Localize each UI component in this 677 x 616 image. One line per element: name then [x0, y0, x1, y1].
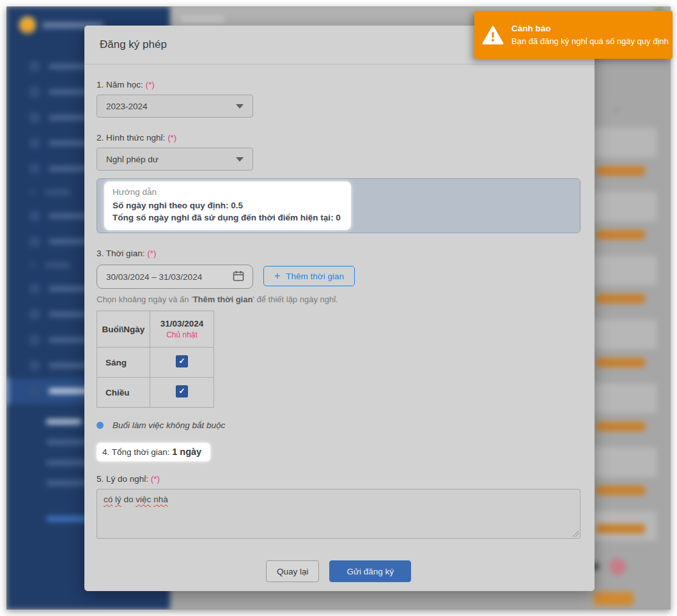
total-time-label: 4. Tổng thời gian: [102, 447, 169, 457]
legend-text: Buổi làm việc không bắt buộc [113, 420, 225, 430]
time-row: 30/03/2024 – 31/03/2024 + Thêm thời gian [97, 265, 580, 289]
resize-handle[interactable] [572, 530, 579, 537]
submit-button[interactable]: Gửi đăng ký [329, 560, 411, 582]
app-logo [19, 17, 36, 33]
modal-title: Đăng ký phép [100, 38, 167, 51]
back-button[interactable]: Quay lại [266, 560, 320, 582]
nav-icon [29, 360, 40, 371]
table-row-afternoon: Chiều [97, 378, 214, 408]
nav-icon [29, 61, 40, 72]
required-mark: (*) [167, 133, 176, 142]
nav-icon [29, 236, 40, 247]
status-badge [596, 230, 645, 240]
nav-icon [29, 112, 40, 123]
table-corner-header: Buổi\Ngày [97, 311, 150, 348]
alert-circle-icon [609, 558, 626, 575]
warning-icon [474, 26, 511, 45]
legend: Buổi làm việc không bắt buộc [97, 420, 580, 430]
table-date: 31/03/2024 [151, 319, 213, 328]
time-label: 3. Thời gian: (*) [97, 249, 580, 258]
chevron-down-icon [236, 104, 244, 109]
leave-type-select[interactable]: Nghỉ phép dư [97, 148, 253, 171]
nav-icon [29, 211, 40, 221]
warning-toast[interactable]: Cảnh báo Bạn đã đăng ký nghỉ quá số ngày… [474, 11, 673, 59]
submenu-heading [46, 419, 82, 424]
toast-title: Cảnh báo [511, 24, 669, 33]
search-input[interactable] [179, 14, 226, 25]
plus-icon: + [274, 270, 280, 282]
required-mark: (*) [151, 474, 160, 484]
modal-footer: Quay lại Gửi đăng ký [97, 560, 580, 582]
guide-used-line: Tổng số ngày nghỉ đã sử dụng đến thời đi… [113, 212, 341, 224]
status-badge [596, 166, 645, 176]
status-badge [596, 422, 645, 431]
table-row-morning: Sáng [97, 348, 214, 378]
toast-message: Bạn đã đăng ký nghỉ quá số ngày quy định [511, 36, 669, 46]
reason-label: 5. Lý do nghỉ: (*) [97, 474, 580, 484]
nav-icon [29, 262, 36, 268]
status-badge [596, 294, 645, 304]
nav-icon [29, 309, 40, 320]
afternoon-cell [150, 378, 214, 408]
add-time-button[interactable]: + Thêm thời gian [263, 266, 355, 286]
leave-registration-modal: Đăng ký phép 1. Năm học: (*) 2023-2024 2… [84, 26, 595, 591]
status-badge [596, 486, 645, 495]
morning-label: Sáng [97, 348, 150, 378]
toast-texts: Cảnh báo Bạn đã đăng ký nghỉ quá số ngày… [511, 24, 669, 46]
status-badge [594, 592, 634, 606]
schedule-table: Buổi\Ngày 31/03/2024 Chủ nhật Sáng Chiều [97, 311, 214, 408]
legend-dot-icon [97, 422, 104, 429]
afternoon-checkbox[interactable] [176, 385, 188, 397]
total-time-line: 4. Tổng thời gian: 1 ngày [97, 443, 580, 461]
table-weekday: Chủ nhật [151, 330, 213, 339]
leave-type-select-value: Nghỉ phép dư [106, 155, 159, 164]
status-badge [596, 524, 645, 534]
status-badge [596, 358, 645, 367]
guide-spotlight: Hướng dẫn Số ngày nghỉ theo quy định: 0.… [104, 181, 351, 230]
morning-checkbox[interactable] [176, 355, 188, 367]
year-select[interactable]: 2023-2024 [97, 95, 253, 118]
date-range-value: 30/03/2024 – 31/03/2024 [106, 272, 202, 282]
nav-icon [29, 335, 40, 345]
table-date-header: 31/03/2024 Chủ nhật [150, 311, 214, 348]
guide-rule-line: Số ngày nghỉ theo quy định: 0.5 [113, 199, 341, 212]
required-mark: (*) [146, 80, 155, 89]
guide-heading: Hướng dẫn [113, 187, 341, 197]
reason-textarea[interactable]: có lý do việc nhà [97, 489, 580, 539]
nav-icon [29, 164, 40, 174]
time-helper-text: Chọn khoảng ngày và ấn 'Thêm thời gian' … [97, 295, 580, 304]
year-select-value: 2023-2024 [106, 102, 148, 111]
afternoon-label: Chiều [97, 378, 150, 408]
nav-icon [29, 284, 40, 294]
year-label: 1. Năm học: (*) [97, 80, 580, 89]
required-mark: (*) [147, 249, 156, 258]
nav-icon [29, 386, 40, 396]
total-time-value: 1 ngày [172, 447, 201, 457]
date-range-input[interactable]: 30/03/2024 – 31/03/2024 [97, 265, 253, 289]
guide-infobox: Hướng dẫn Số ngày nghỉ theo quy định: 0.… [97, 178, 580, 233]
morning-cell [150, 348, 214, 378]
nav-icon [29, 87, 40, 97]
chevron-down-icon [236, 157, 244, 162]
nav-icon [29, 189, 36, 196]
leave-type-label: 2. Hình thức nghỉ: (*) [97, 133, 580, 142]
total-time-spotlight: 4. Tổng thời gian: 1 ngày [97, 443, 210, 461]
app-window: ‹ › Đăng ký phép 1. Năm [6, 6, 671, 610]
nav-icon [29, 138, 40, 148]
modal-body: 1. Năm học: (*) 2023-2024 2. Hình thức n… [84, 65, 595, 582]
calendar-icon[interactable] [232, 270, 245, 284]
